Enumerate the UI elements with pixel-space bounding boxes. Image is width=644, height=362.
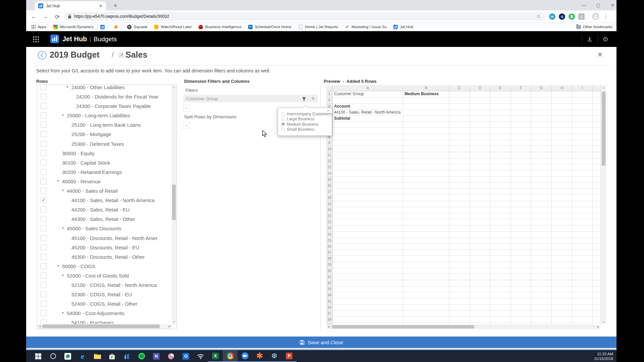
checkbox-unchecked[interactable] — [41, 263, 47, 269]
scroll-right-icon[interactable]: ▶ — [167, 324, 172, 329]
gl-account-row[interactable]: 30000 - Equity — [37, 148, 171, 158]
tree-vertical-scrollbar[interactable]: ▲ ▼ — [171, 85, 176, 324]
taskbar-powerpoint-icon[interactable]: P — [282, 350, 297, 362]
collapse-arrow-icon[interactable]: ▾ — [62, 226, 64, 230]
checkbox-unchecked[interactable] — [41, 206, 47, 213]
gl-account-row[interactable]: ▾50000 - COGS — [37, 261, 171, 271]
checkbox-unchecked[interactable] — [41, 225, 47, 231]
checkbox-unchecked[interactable] — [41, 103, 47, 109]
back-button[interactable] — [38, 51, 47, 60]
checkbox-unchecked[interactable] — [41, 291, 47, 297]
window-minimize-button[interactable]: — — [577, 0, 591, 10]
collapse-arrow-icon[interactable]: ▾ — [57, 179, 59, 183]
gear-icon[interactable]: ⚙ — [599, 35, 612, 43]
gl-account-row[interactable]: 24200 - Dividends for the Fiscal Year — [37, 92, 171, 101]
checkbox-unchecked[interactable] — [41, 84, 47, 90]
forward-icon[interactable]: → — [41, 12, 50, 21]
gl-account-row[interactable]: 30200 - Retained Earnings — [37, 167, 171, 177]
gl-account-row[interactable]: ▾40000 - Revenue — [37, 177, 171, 186]
collapse-arrow-icon[interactable]: ▾ — [57, 264, 59, 267]
add-filter-button[interactable]: + — [183, 105, 190, 112]
profile-avatar[interactable] — [592, 13, 599, 20]
gl-account-row[interactable]: 52400 - COGS, Retail - Other — [37, 299, 171, 308]
checkbox-unchecked[interactable] — [41, 178, 47, 184]
grid-vertical-scrollbar[interactable]: ▲ ▼ — [601, 85, 606, 324]
gl-account-row[interactable]: 52300 - COGS, Retail - EU — [37, 290, 171, 299]
collapse-arrow-icon[interactable]: ▾ — [62, 274, 64, 277]
download-icon[interactable] — [583, 35, 596, 43]
checkbox-unchecked[interactable] — [41, 254, 47, 260]
save-and-close-button[interactable]: Save and Close — [26, 337, 616, 348]
bookmark-item[interactable]: DSquawk — [127, 24, 148, 29]
other-bookmarks-button[interactable]: Other bookmarks — [576, 22, 612, 31]
checkbox-unchecked[interactable] — [41, 94, 47, 100]
gl-account-row[interactable]: 45200 - Discounts, Retail - EU — [37, 243, 171, 252]
taskbar-green-app-icon[interactable] — [60, 350, 75, 362]
checkbox-unchecked[interactable] — [41, 112, 47, 118]
gl-account-row[interactable]: 30100 - Capital Stock — [37, 158, 171, 167]
extension-m-icon[interactable]: m — [549, 13, 555, 20]
window-close-button[interactable]: ✕ — [605, 0, 616, 10]
taskbar-dynamics-nav-icon[interactable] — [119, 350, 134, 362]
grid-scroll-right-icon[interactable]: ▶ — [596, 324, 601, 329]
bookmark-item[interactable]: Microsoft Dynamics — [53, 24, 93, 29]
grid-horizontal-scrollbar[interactable]: ◀ ▶ — [326, 324, 601, 329]
tree-hscroll-thumb[interactable] — [42, 324, 160, 328]
gl-account-row[interactable]: ▾24000 - Other Liabilities — [37, 84, 171, 92]
bookmark-item[interactable]: Apps — [31, 24, 46, 29]
tab-close-icon[interactable]: ✕ — [99, 3, 103, 8]
gl-account-row[interactable]: 25200 - Mortgage — [37, 129, 171, 139]
gl-account-row[interactable]: ▾52000 - Cost of Goods Sold — [37, 271, 171, 280]
checkbox-unchecked[interactable] — [41, 150, 47, 156]
taskbar-start-icon[interactable] — [31, 350, 46, 362]
taskbar-outlook-icon[interactable]: O — [178, 350, 193, 362]
new-tab-button[interactable]: + — [111, 1, 120, 10]
taskbar-microsoft-store-icon[interactable] — [105, 350, 119, 362]
jet-hub-logo-icon[interactable] — [50, 35, 59, 43]
radio-icon[interactable] — [281, 117, 285, 121]
section-name[interactable]: Budgets — [94, 36, 117, 43]
browser-menu-icon[interactable]: ⋮ — [602, 12, 610, 20]
bookmark-item[interactable] — [100, 24, 107, 29]
bookmark-item[interactable]: Watch/Read Later — [154, 24, 192, 29]
gl-account-row[interactable]: 44300 - Sales, Retail - Other — [37, 214, 171, 224]
checkbox-unchecked[interactable] — [41, 235, 47, 241]
radio-icon[interactable] — [281, 128, 285, 131]
taskbar-pink-app-icon[interactable] — [164, 350, 178, 362]
extension-evernote-icon[interactable] — [569, 13, 575, 20]
taskbar-onenote-icon[interactable]: N — [149, 350, 164, 362]
checkbox-unchecked[interactable] — [41, 169, 47, 175]
gl-account-row[interactable]: 45300 - Discounts, Retail - Other — [37, 252, 171, 261]
checkbox-unchecked[interactable] — [41, 310, 47, 316]
browser-tab[interactable]: Jet Hub ✕ — [35, 1, 106, 10]
bookmark-item[interactable]: ✔Marketing \ Issue Su — [345, 24, 387, 29]
gl-account-row[interactable]: 24300 - Corporate Taxes Payable — [37, 101, 171, 111]
collapse-arrow-icon[interactable]: ▾ — [62, 113, 64, 117]
checkbox-unchecked[interactable] — [41, 188, 47, 194]
scroll-left-icon[interactable]: ◀ — [37, 324, 42, 329]
window-maximize-button[interactable]: ▢ — [591, 0, 605, 10]
checkbox-unchecked[interactable] — [41, 301, 47, 307]
taskbar-jet-hub-app-icon[interactable]: ❆ — [267, 350, 282, 362]
filter-customer-group[interactable]: Customer Group ✕ — [183, 95, 318, 102]
grid-scroll-down-icon[interactable]: ▼ — [601, 319, 606, 324]
scroll-up-icon[interactable]: ▲ — [171, 85, 176, 90]
address-bar[interactable]: https://jrp-e5470.swpros.com/Budget/Deta… — [64, 12, 545, 21]
gl-account-row[interactable]: 52100 - COGS, Retail - North America — [37, 280, 171, 290]
grid-vscroll-thumb[interactable] — [602, 92, 605, 166]
taskbar-edge-icon[interactable]: e — [75, 350, 90, 362]
taskbar-jet-asterisk-icon[interactable]: ✱ — [252, 350, 267, 362]
filter-funnel-icon[interactable] — [302, 97, 306, 101]
checkbox-unchecked[interactable] — [41, 244, 47, 250]
taskbar-cortana-icon[interactable] — [46, 350, 60, 362]
gl-account-row[interactable]: ▾54000 - Cost Adjustments — [37, 308, 171, 318]
taskbar-spotify-icon[interactable] — [134, 350, 149, 362]
tree-vscroll-thumb[interactable] — [172, 185, 176, 220]
checkbox-unchecked[interactable] — [41, 141, 47, 147]
add-split-dimension-button[interactable]: + — [183, 122, 190, 129]
taskbar-file-explorer-icon[interactable] — [90, 350, 105, 362]
gl-account-row[interactable]: ▾25000 - Long-term Liabilities — [37, 111, 171, 120]
grid-scroll-up-icon[interactable]: ▲ — [601, 85, 606, 90]
radio-selected-icon[interactable] — [281, 123, 285, 126]
taskbar-clock[interactable]: 11:23 AM 11/15/2018 — [594, 352, 613, 361]
